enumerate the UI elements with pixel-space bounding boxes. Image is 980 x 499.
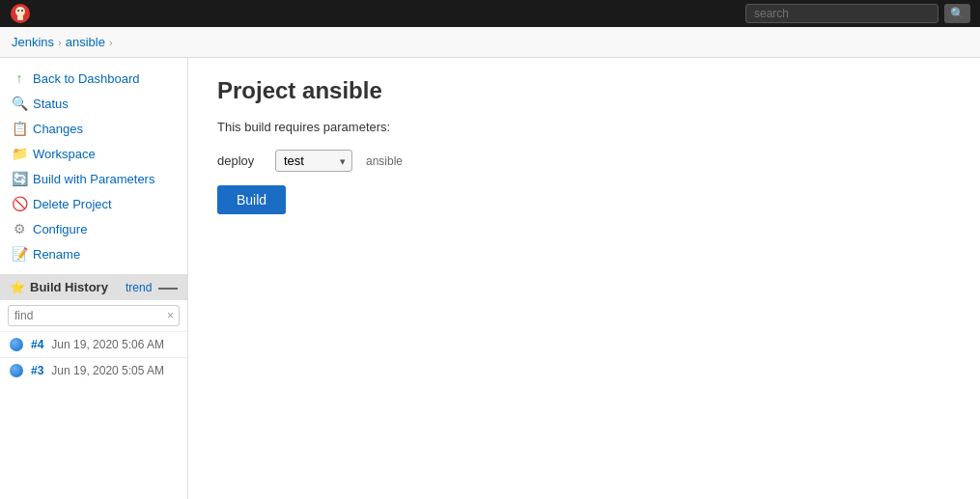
build-history-star-icon: ⭐ <box>10 280 25 294</box>
changes-icon: 📋 <box>12 121 27 136</box>
sidebar-item-label-delete-project: Delete Project <box>33 197 112 211</box>
find-clear-button[interactable]: × <box>167 309 174 322</box>
svg-point-3 <box>17 10 19 12</box>
status-ball-build-3 <box>10 364 23 377</box>
sidebar-item-configure[interactable]: ⚙Configure <box>0 216 187 241</box>
sidebar-item-delete-project[interactable]: 🚫Delete Project <box>0 191 187 216</box>
trend-line-icon <box>158 288 178 290</box>
sidebar-item-back-to-dashboard[interactable]: ↑Back to Dashboard <box>0 66 187 91</box>
trend-area: trend <box>126 280 178 294</box>
breadcrumb-sep-2: › <box>109 37 113 48</box>
param-row-deploy: deploy testprodstaging ansible <box>217 150 951 172</box>
build-params-desc: This build requires parameters: <box>217 120 951 134</box>
build-date-build-3: Jun 19, 2020 5:05 AM <box>51 364 164 377</box>
configure-icon: ⚙ <box>12 221 27 236</box>
svg-point-1 <box>15 7 25 16</box>
sidebar-item-workspace[interactable]: 📁Workspace <box>0 141 187 166</box>
svg-rect-2 <box>17 15 23 20</box>
deploy-label: deploy <box>217 153 266 168</box>
sidebar-item-rename[interactable]: 📝Rename <box>0 241 187 266</box>
search-area: 🔍 <box>745 4 970 23</box>
build-history-title: Build History <box>30 280 108 294</box>
top-header: 🔍 <box>0 0 980 27</box>
deploy-select-wrapper: testprodstaging <box>275 150 352 172</box>
build-button[interactable]: Build <box>217 185 286 214</box>
find-input[interactable] <box>8 305 180 326</box>
search-button[interactable]: 🔍 <box>944 4 970 23</box>
build-entry-build-3: #3Jun 19, 2020 5:05 AM <box>0 357 187 383</box>
sidebar-item-label-back-to-dashboard: Back to Dashboard <box>33 71 140 86</box>
status-ball-build-4 <box>10 338 23 351</box>
sidebar-item-build-with-parameters[interactable]: 🔄Build with Parameters <box>0 166 187 191</box>
build-date-build-4: Jun 19, 2020 5:06 AM <box>51 338 164 351</box>
sidebar-item-label-status: Status <box>33 97 69 111</box>
sidebar-item-status[interactable]: 🔍Status <box>0 91 187 116</box>
back-to-dashboard-icon: ↑ <box>12 70 27 86</box>
rename-icon: 📝 <box>12 246 27 262</box>
build-history-section: ⭐ Build History trend × #4Jun 19, 2020 5… <box>0 274 187 383</box>
main-content: Project ansible This build requires para… <box>188 58 980 499</box>
build-with-parameters-icon: 🔄 <box>12 171 27 186</box>
jenkins-logo-icon <box>10 3 31 24</box>
sidebar-nav: ↑Back to Dashboard🔍Status📋Changes📁Worksp… <box>0 66 187 266</box>
sidebar-item-label-changes: Changes <box>33 122 83 136</box>
status-icon: 🔍 <box>12 96 27 111</box>
sidebar-item-label-workspace: Workspace <box>33 147 96 161</box>
sidebar: ↑Back to Dashboard🔍Status📋Changes📁Worksp… <box>0 58 188 499</box>
find-box-container: × <box>0 300 187 331</box>
sidebar-item-label-rename: Rename <box>33 247 80 262</box>
trend-link[interactable]: trend <box>126 281 152 294</box>
deploy-hint: ansible <box>366 154 403 168</box>
build-entries: #4Jun 19, 2020 5:06 AM#3Jun 19, 2020 5:0… <box>0 331 187 383</box>
sidebar-item-label-configure: Configure <box>33 222 87 236</box>
workspace-icon: 📁 <box>12 146 27 161</box>
svg-point-4 <box>21 10 23 12</box>
breadcrumb-ansible[interactable]: ansible <box>66 35 105 49</box>
build-entry-build-4: #4Jun 19, 2020 5:06 AM <box>0 331 187 357</box>
breadcrumb-sep-1: › <box>58 37 62 48</box>
sidebar-item-label-build-with-parameters: Build with Parameters <box>33 172 154 186</box>
project-title: Project ansible <box>217 77 951 104</box>
delete-project-icon: 🚫 <box>12 196 27 211</box>
search-input[interactable] <box>745 4 938 23</box>
build-link-build-3[interactable]: #3 <box>31 364 43 377</box>
breadcrumb-jenkins[interactable]: Jenkins <box>12 35 54 49</box>
logo-area <box>10 3 31 24</box>
build-link-build-4[interactable]: #4 <box>31 338 43 351</box>
deploy-select[interactable]: testprodstaging <box>275 150 352 172</box>
breadcrumb: Jenkins › ansible › <box>0 27 980 58</box>
sidebar-item-changes[interactable]: 📋Changes <box>0 116 187 141</box>
build-history-header: ⭐ Build History trend <box>0 274 187 300</box>
main-layout: ↑Back to Dashboard🔍Status📋Changes📁Worksp… <box>0 58 980 499</box>
build-history-header-left: ⭐ Build History <box>10 280 108 294</box>
